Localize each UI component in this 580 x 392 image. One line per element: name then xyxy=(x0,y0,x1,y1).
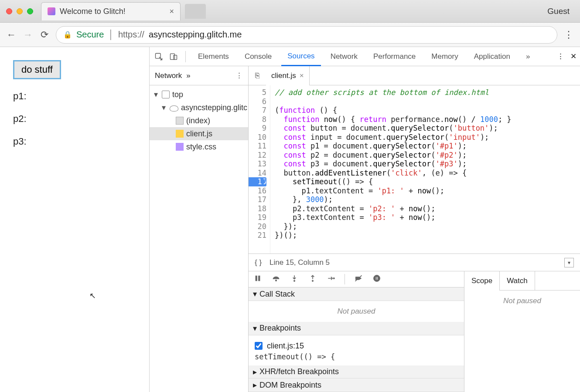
tree-file[interactable]: (index) xyxy=(150,114,248,127)
panel-tab-performance[interactable]: Performance xyxy=(367,47,422,66)
tree-label: asyncstepping.glitc xyxy=(181,103,247,112)
navigator-menu-button[interactable]: ⋮ xyxy=(235,71,243,80)
forward-button[interactable]: → xyxy=(23,29,33,41)
scope-tab-watch[interactable]: Watch xyxy=(500,271,535,291)
svg-point-8 xyxy=(333,277,334,279)
p3-text: p3: xyxy=(13,136,136,147)
file-tree: ▾top ▾asyncstepping.glitc (index)client.… xyxy=(150,85,248,156)
address-bar[interactable]: 🔒 Secure │ https://asyncstepping.glitch.… xyxy=(56,26,557,44)
step-into-button[interactable] xyxy=(290,274,299,285)
traffic-lights xyxy=(6,8,33,14)
panel-tab-memory[interactable]: Memory xyxy=(425,47,464,66)
reload-button[interactable]: ⟳ xyxy=(39,29,50,41)
maximize-window-button[interactable] xyxy=(27,8,33,14)
tree-domain[interactable]: ▾asyncstepping.glitc xyxy=(150,101,248,114)
back-button[interactable]: ← xyxy=(6,29,17,41)
file-label: client.js xyxy=(186,129,212,139)
do-stuff-button[interactable]: do stuff xyxy=(13,60,61,79)
close-window-button[interactable] xyxy=(6,8,12,14)
inspect-element-icon[interactable] xyxy=(153,51,164,62)
secure-label: Secure xyxy=(76,30,104,40)
breakpoint-preview: setTimeout(() => { xyxy=(255,352,458,361)
breakpoint-label: client.js:15 xyxy=(267,341,304,351)
mouse-cursor-icon: ↖ xyxy=(89,291,96,301)
panel-tab-elements[interactable]: Elements xyxy=(192,47,235,66)
xhr-breakpoints-header[interactable]: ▸XHR/fetch Breakpoints xyxy=(249,365,464,379)
devtools-tabbar: ElementsConsoleSourcesNetworkPerformance… xyxy=(150,47,580,66)
cloud-icon xyxy=(170,105,178,112)
file-label: style.css xyxy=(186,142,216,152)
file-icon xyxy=(176,117,184,125)
device-toolbar-icon[interactable] xyxy=(168,51,179,62)
devtools-menu-button[interactable]: ⋮ xyxy=(557,52,564,61)
profile-label[interactable]: Guest xyxy=(547,7,574,16)
format-icon[interactable]: { } xyxy=(255,258,262,267)
panel-tab-sources[interactable]: Sources xyxy=(281,47,321,66)
panel-tab-console[interactable]: Console xyxy=(239,47,278,66)
tab-title: Welcome to Glitch! xyxy=(60,7,126,16)
line-gutter[interactable]: 56789101112131415161718192021 xyxy=(249,85,270,253)
panel-tab-network[interactable]: Network xyxy=(324,47,364,66)
step-over-button[interactable] xyxy=(271,274,281,285)
tree-top[interactable]: ▾top xyxy=(150,88,248,101)
sources-navigator: Network » ⋮ ▾top ▾asyncstepping.glitc (i… xyxy=(150,66,249,392)
breakpoint-item[interactable]: client.js:15 xyxy=(255,340,458,352)
editor-status-bar: { } Line 15, Column 5 ▾ xyxy=(249,253,580,271)
tab-close-icon[interactable]: × xyxy=(169,7,174,16)
file-tab-label: client.js xyxy=(271,71,296,80)
deactivate-breakpoints-button[interactable] xyxy=(354,274,363,285)
frame-icon xyxy=(162,91,170,98)
step-button[interactable] xyxy=(326,274,336,285)
favicon-icon xyxy=(48,7,55,15)
browser-tab[interactable]: Welcome to Glitch! × xyxy=(41,2,181,20)
dom-breakpoints-header[interactable]: ▸DOM Breakpoints xyxy=(249,378,464,392)
callstack-header[interactable]: ▾Call Stack xyxy=(249,287,464,301)
p2-text: p2: xyxy=(13,113,136,125)
coverage-icon[interactable]: ▾ xyxy=(564,258,574,267)
minimize-window-button[interactable] xyxy=(17,8,23,14)
devtools-close-button[interactable]: ✕ xyxy=(570,52,577,61)
svg-point-5 xyxy=(275,280,276,281)
code-content[interactable]: // add other scripts at the bottom of in… xyxy=(270,85,580,253)
panel-tab-application[interactable]: Application xyxy=(468,47,516,66)
svg-rect-4 xyxy=(259,276,260,281)
section-label: XHR/fetch Breakpoints xyxy=(259,367,339,376)
code-area[interactable]: 56789101112131415161718192021 // add oth… xyxy=(249,85,580,253)
navigator-tab[interactable]: Network xyxy=(155,71,182,80)
more-panels-button[interactable]: » xyxy=(520,47,536,66)
breakpoints-header[interactable]: ▾Breakpoints xyxy=(249,322,464,335)
file-tab-close-icon[interactable]: × xyxy=(300,71,304,80)
svg-rect-2 xyxy=(174,55,177,59)
devtools-panel: ElementsConsoleSourcesNetworkPerformance… xyxy=(150,47,580,392)
debugger-toolbar xyxy=(249,271,464,287)
pause-button[interactable] xyxy=(253,274,263,285)
url-host: asyncstepping.glitch.me xyxy=(149,30,242,40)
editor-file-tab[interactable]: client.js × xyxy=(266,66,310,85)
new-tab-button[interactable] xyxy=(185,4,206,19)
lock-icon: 🔒 xyxy=(63,30,72,39)
svg-rect-3 xyxy=(256,276,257,281)
scope-watch-tabs: ScopeWatch xyxy=(464,271,580,291)
callstack-empty: Not paused xyxy=(249,301,464,322)
browser-toolbar: ← → ⟳ 🔒 Secure │ https://asyncstepping.g… xyxy=(0,23,580,47)
browser-menu-button[interactable]: ⋮ xyxy=(563,29,574,41)
file-label: (index) xyxy=(186,116,210,125)
editor-nav-icon[interactable]: ⎘ xyxy=(249,71,266,80)
navigator-more-button[interactable]: » xyxy=(186,71,190,80)
p1-text: p1: xyxy=(13,91,136,102)
svg-point-7 xyxy=(312,280,313,281)
step-out-button[interactable] xyxy=(308,274,317,285)
window-titlebar: Welcome to Glitch! × Guest xyxy=(0,0,580,23)
separator xyxy=(185,51,186,62)
file-icon xyxy=(176,130,184,138)
rendered-page: do stuff p1: p2: p3: ↖ xyxy=(0,47,150,392)
pause-on-exceptions-button[interactable] xyxy=(372,274,382,285)
breakpoint-checkbox[interactable] xyxy=(255,342,263,350)
section-label: DOM Breakpoints xyxy=(259,381,321,390)
tree-file[interactable]: style.css xyxy=(150,140,248,153)
scope-tab-scope[interactable]: Scope xyxy=(464,271,500,291)
separator: │ xyxy=(108,30,114,40)
tree-file[interactable]: client.js xyxy=(150,127,248,140)
separator xyxy=(345,274,345,284)
url-scheme: https:// xyxy=(118,30,144,40)
